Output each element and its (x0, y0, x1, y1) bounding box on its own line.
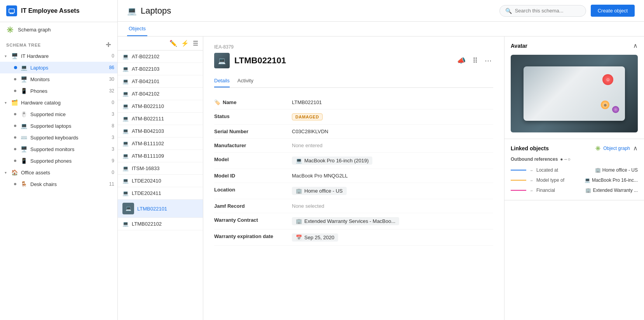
chip-laptop-icon: 💻 (296, 158, 302, 163)
create-object-button[interactable]: Create object (591, 5, 635, 17)
list-item[interactable]: 💻 ATM-B022111 (118, 113, 203, 125)
sidebar-item-supported-laptops[interactable]: 💻 Supported laptops 8 (0, 120, 117, 132)
dot-icon (14, 136, 16, 139)
list-item-active[interactable]: 💻 LTMB022101 (118, 200, 203, 218)
warranty-contract-chip[interactable]: 🏢 Extended Warranty Services - MacBoo... (292, 217, 399, 225)
object-graph-button[interactable]: ✳️ Object graph (595, 146, 630, 151)
chevron-down-icon: ▾ (5, 170, 11, 175)
list-item[interactable]: 💻 LTDE202411 (118, 187, 203, 200)
supported-phones-icon: 📱 (20, 157, 27, 164)
laptop-icon: 💻 (122, 91, 129, 97)
list-item[interactable]: 💻 ATM-B111109 (118, 150, 203, 162)
object-list-panel: ✏️ ⚡ ☰ 💻 AT-B022102 💻 AT-B022103 💻 AT-B0… (118, 37, 203, 320)
linked-item-model: → Model type of 💻 MacBook Pro 16-inc... (504, 175, 644, 185)
avatar-collapse-button[interactable]: ∧ (633, 42, 638, 49)
field-value-model-id: MacBook Pro MNQG2LL (292, 173, 493, 179)
linked-item-location: → Located at 🏢 Home office - US (504, 165, 644, 175)
detail-title-actions: 📣 ⠿ ⋯ (456, 55, 493, 66)
list-item[interactable]: 💻 AT-B042101 (118, 75, 203, 88)
object-list-toolbar: ✏️ ⚡ ☰ (118, 37, 203, 50)
linked-ref-value-financial[interactable]: 🏢 Extended Warranty ... (585, 188, 638, 193)
schema-search-box[interactable]: 🔍 (499, 5, 586, 17)
field-value-warranty-expiration: 📅 Sep 25, 2020 (292, 233, 493, 242)
linked-ref-value-location[interactable]: 🏢 Home office - US (595, 167, 638, 173)
list-item[interactable]: 💻 AT-B022102 (118, 50, 203, 63)
field-row-model-id: Model ID MacBook Pro MNQG2LL (214, 169, 493, 183)
list-item[interactable]: 💻 ITSM-16833 (118, 162, 203, 175)
field-row-name: 🏷️ Name LTMB022101 (214, 96, 493, 110)
sidebar-item-office-assets[interactable]: ▾ 🏠 Office assets 0 (0, 167, 117, 178)
dot-icon (14, 125, 16, 127)
field-label-manufacturer: Manufacturer (214, 143, 292, 148)
linked-ref-value-model[interactable]: 💻 MacBook Pro 16-inc... (585, 177, 638, 183)
sidebar-item-desk-chairs[interactable]: 🪑 Desk chairs 11 (0, 178, 117, 190)
linked-item-financial: → Financial 🏢 Extended Warranty ... (504, 185, 644, 195)
linked-ref-label-location: Located at (536, 167, 558, 173)
linked-ref-label-financial: Financial (536, 188, 555, 193)
field-value-manufacturer: None entered (292, 143, 493, 148)
dot-icon (14, 160, 16, 162)
detail-tab-details[interactable]: Details (214, 75, 230, 87)
sidebar-item-phones[interactable]: 📱 Phones 32 (0, 85, 117, 97)
linked-objects-actions: ✳️ Object graph ∧ (595, 144, 638, 152)
dot-icon (14, 90, 16, 92)
main-content: 💻 Laptops 🔍 Create object Objects ✏️ ⚡ ☰ (118, 0, 644, 320)
list-item[interactable]: 💻 ATM-B042103 (118, 125, 203, 137)
avatar-placeholder: ☺ ⊕ (511, 55, 638, 132)
list-item[interactable]: 💻 LTDE202410 (118, 175, 203, 187)
sidebar-item-supported-keyboards[interactable]: ⌨️ Supported keyboards 3 (0, 132, 117, 143)
model-chip[interactable]: 💻 MacBook Pro 16-inch (2019) (292, 157, 372, 165)
sidebar-item-hardware-catalog[interactable]: ▾ 🗂️ Hardware catalog 0 (0, 97, 117, 108)
sidebar-item-supported-monitors[interactable]: 🖥️ Supported monitors 3 (0, 143, 117, 155)
laptops-icon: 💻 (20, 64, 27, 71)
field-label-location: Location (214, 187, 292, 193)
tab-objects[interactable]: Objects (127, 22, 147, 36)
laptop-icon: 💻 (122, 190, 129, 196)
sidebar: IT Employee Assets ✳️ Schema graph SCHEM… (0, 0, 118, 320)
sidebar-item-it-hardware[interactable]: ▾ 🖥️ IT Hardware 0 (0, 50, 117, 62)
list-icon[interactable]: ☰ (193, 40, 198, 47)
list-item[interactable]: 💻 LTMB022102 (118, 218, 203, 230)
active-dot-icon (14, 66, 17, 69)
location-chip[interactable]: 🏢 Home office - US (292, 187, 347, 195)
chip-calendar-icon: 📅 (296, 235, 302, 240)
it-hardware-icon: 🖥️ (11, 52, 18, 59)
detail-tab-activity[interactable]: Activity (237, 75, 253, 87)
filter-icon[interactable]: ⚡ (181, 40, 189, 47)
field-label-name: 🏷️ Name (214, 99, 292, 105)
field-row-model: Model 💻 MacBook Pro 16-inch (2019) (214, 153, 493, 169)
announce-button[interactable]: 📣 (456, 55, 467, 66)
linked-line-yellow (511, 180, 526, 181)
sidebar-item-monitors[interactable]: 🖥️ Monitors 30 (0, 73, 117, 85)
field-value-status: DAMAGED (292, 113, 493, 120)
page-icon: 💻 (127, 6, 137, 16)
list-item[interactable]: 💻 AT-B042102 (118, 88, 203, 100)
more-options-button[interactable]: ⋯ (483, 55, 493, 66)
schema-tree-expand-icon[interactable]: ✛ (106, 41, 111, 49)
field-row-manufacturer: Manufacturer None entered (214, 139, 493, 153)
office-assets-icon: 🏠 (11, 169, 18, 176)
detail-title: LTMB022101 (234, 56, 286, 66)
list-item[interactable]: 💻 AT-B022103 (118, 63, 203, 75)
search-input[interactable] (515, 8, 580, 14)
laptop-avatar-thumb: 💻 (122, 203, 134, 214)
sidebar-item-supported-phones[interactable]: 📱 Supported phones 9 (0, 155, 117, 167)
edit-icon[interactable]: ✏️ (169, 40, 177, 47)
sidebar-item-supported-mice[interactable]: 🖱️ Supported mice 3 (0, 108, 117, 120)
laptop-icon: 💻 (122, 165, 129, 171)
detail-tab-bar: Details Activity (214, 75, 493, 88)
supported-keyboards-icon: ⌨️ (20, 134, 27, 141)
list-item[interactable]: 💻 ATM-B111102 (118, 137, 203, 150)
list-item[interactable]: 💻 ATM-B022110 (118, 100, 203, 113)
sidebar-header: IT Employee Assets (0, 0, 117, 22)
field-row-serial: Serial Number C03C28IKLVDN (214, 125, 493, 139)
schema-graph-nav[interactable]: ✳️ Schema graph (0, 22, 117, 37)
sidebar-item-laptops[interactable]: 💻 Laptops 86 (0, 62, 117, 73)
avatar-section: Avatar ∧ ☺ ⊕ (504, 37, 644, 139)
linked-objects-collapse-button[interactable]: ∧ (633, 144, 638, 152)
outbound-label: Outbound references ●→○ (504, 155, 644, 165)
header-actions: 🔍 Create object (499, 5, 635, 17)
field-label-model-id: Model ID (214, 173, 292, 179)
qr-button[interactable]: ⠿ (471, 55, 479, 66)
arrow-icon: → (529, 168, 533, 172)
